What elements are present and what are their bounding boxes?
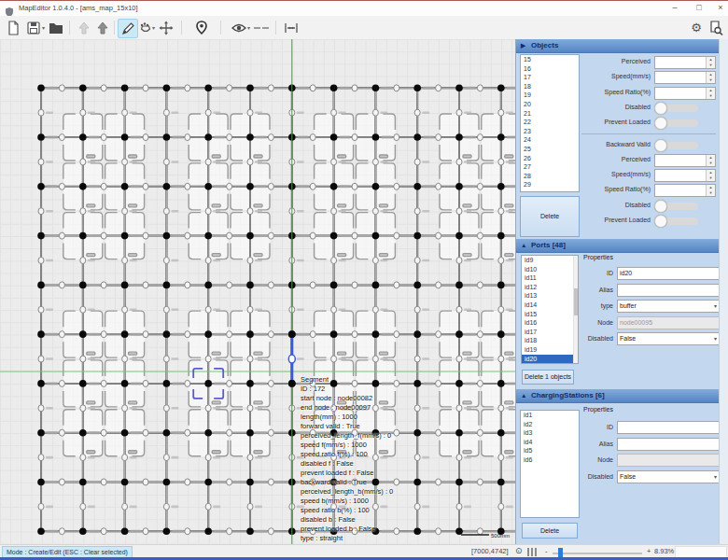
- list-item[interactable]: id11: [522, 273, 578, 283]
- list-item[interactable]: 20: [521, 100, 579, 109]
- map-node[interactable]: [246, 479, 254, 486]
- select-input[interactable]: False▾: [617, 332, 720, 345]
- port-marker[interactable]: [372, 208, 378, 215]
- location-pin-button[interactable]: [192, 19, 211, 36]
- map-node[interactable]: [455, 380, 463, 387]
- map-node[interactable]: [37, 282, 45, 289]
- port-marker[interactable]: [185, 183, 190, 189]
- objects-section-header[interactable]: ▶ Objects: [516, 39, 720, 53]
- port-marker[interactable]: [372, 306, 378, 313]
- port-marker[interactable]: [436, 331, 441, 338]
- map-node[interactable]: [246, 429, 254, 437]
- port-marker[interactable]: [310, 134, 315, 141]
- list-item[interactable]: 29: [521, 180, 579, 189]
- map-node[interactable]: [79, 85, 87, 92]
- spin-down-icon[interactable]: ▼: [707, 190, 715, 196]
- port-marker[interactable]: [414, 306, 420, 313]
- map-node[interactable]: [413, 183, 421, 190]
- port-marker[interactable]: [122, 455, 128, 461]
- port-marker[interactable]: [456, 208, 462, 215]
- port-marker[interactable]: [498, 109, 504, 116]
- objects-delete-button[interactable]: Delete: [520, 196, 580, 237]
- port-marker[interactable]: [38, 257, 44, 263]
- port-marker[interactable]: [80, 503, 86, 510]
- port-marker[interactable]: [268, 232, 273, 239]
- map-node[interactable]: [455, 479, 463, 486]
- spin-input[interactable]: ▲▼: [654, 154, 716, 167]
- port-marker[interactable]: [205, 159, 211, 165]
- port-marker[interactable]: [247, 208, 253, 215]
- open-button[interactable]: [47, 19, 65, 36]
- port-marker[interactable]: [80, 405, 86, 412]
- map-node[interactable]: [330, 330, 338, 338]
- map-node[interactable]: [121, 527, 129, 535]
- port-marker[interactable]: [101, 183, 106, 189]
- ports-delete-button[interactable]: Delete 1 objects: [522, 370, 574, 385]
- port-marker[interactable]: [268, 331, 273, 338]
- port-marker[interactable]: [80, 257, 86, 263]
- port-marker[interactable]: [331, 257, 337, 263]
- collapse-arrow-icon[interactable]: ▲: [521, 389, 526, 402]
- port-marker[interactable]: [456, 159, 462, 165]
- map-node[interactable]: [204, 282, 212, 289]
- port-marker[interactable]: [143, 528, 148, 535]
- port-marker[interactable]: [268, 429, 273, 436]
- port-marker[interactable]: [331, 356, 337, 362]
- map-node[interactable]: [246, 330, 254, 338]
- map-node[interactable]: [37, 183, 45, 190]
- port-marker[interactable]: [498, 257, 504, 263]
- port-marker[interactable]: [59, 183, 64, 189]
- port-marker[interactable]: [143, 380, 148, 386]
- port-marker[interactable]: [143, 183, 148, 189]
- port-marker[interactable]: [122, 306, 128, 313]
- map-node[interactable]: [246, 183, 254, 190]
- map-node[interactable]: [497, 282, 505, 289]
- list-item[interactable]: 24: [521, 135, 579, 145]
- port-marker[interactable]: [414, 109, 420, 116]
- toggle-switch[interactable]: [654, 215, 707, 227]
- minimize-button[interactable]: –: [665, 2, 685, 14]
- port-marker[interactable]: [331, 306, 337, 313]
- port-marker[interactable]: [498, 208, 504, 215]
- list-item[interactable]: id2: [521, 420, 579, 429]
- port-marker[interactable]: [394, 134, 399, 141]
- port-marker[interactable]: [498, 306, 504, 313]
- select-input[interactable]: False▾: [617, 470, 720, 483]
- map-node[interactable]: [121, 85, 129, 92]
- port-marker[interactable]: [122, 159, 128, 165]
- map-node[interactable]: [163, 133, 171, 141]
- port-marker[interactable]: [59, 232, 64, 239]
- port-marker[interactable]: [227, 429, 232, 436]
- list-item[interactable]: 26: [521, 154, 579, 163]
- map-node[interactable]: [79, 232, 87, 240]
- map-node[interactable]: [121, 380, 129, 387]
- list-item[interactable]: 27: [521, 162, 579, 172]
- port-marker[interactable]: [268, 479, 273, 485]
- port-marker[interactable]: [227, 183, 232, 189]
- toggle-knob[interactable]: [654, 139, 667, 152]
- port-marker[interactable]: [59, 282, 64, 288]
- map-node[interactable]: [455, 527, 463, 535]
- port-marker[interactable]: [331, 159, 337, 165]
- port-marker[interactable]: [101, 331, 106, 338]
- map-node[interactable]: [455, 183, 463, 190]
- map-node[interactable]: [413, 133, 421, 141]
- map-node[interactable]: [455, 85, 463, 92]
- port-marker[interactable]: [101, 528, 106, 535]
- grid-columns-icon[interactable]: [527, 548, 539, 556]
- port-marker[interactable]: [352, 232, 357, 239]
- port-marker[interactable]: [185, 331, 190, 338]
- spin-input[interactable]: ▲▼: [654, 169, 716, 182]
- map-node[interactable]: [288, 380, 296, 387]
- port-marker[interactable]: [310, 232, 315, 239]
- toggle-knob[interactable]: [654, 117, 667, 130]
- map-node[interactable]: [330, 232, 338, 240]
- port-marker[interactable]: [268, 380, 273, 386]
- port-marker[interactable]: [185, 380, 190, 386]
- text-input[interactable]: [617, 438, 720, 451]
- visibility-dropdown-caret-icon[interactable]: ▾: [247, 24, 250, 31]
- port-marker[interactable]: [372, 356, 378, 362]
- map-node[interactable]: [37, 133, 45, 141]
- map-node[interactable]: [121, 232, 129, 240]
- port-marker[interactable]: [205, 208, 211, 215]
